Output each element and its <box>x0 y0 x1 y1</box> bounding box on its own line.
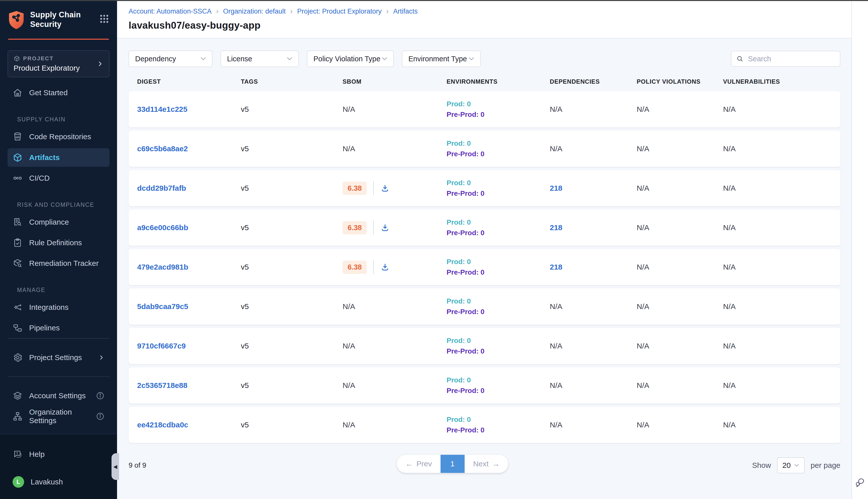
sidebar-item-project-settings[interactable]: Project Settings <box>8 348 110 367</box>
sidebar-item-get-started[interactable]: Get Started <box>8 83 110 102</box>
digest-link[interactable]: 33d114e1c225 <box>137 105 241 113</box>
column-header-digest: DIGEST <box>137 78 241 85</box>
info-icon[interactable] <box>96 412 104 421</box>
filter-dependency[interactable]: Dependency <box>128 50 212 67</box>
sidebar-item-remediation-tracker[interactable]: Remediation Tracker <box>8 254 110 272</box>
sbom-cell-wrap: 6.38 <box>343 221 447 235</box>
dependencies-value[interactable]: 218 <box>550 263 637 271</box>
chevron-right-icon <box>97 60 103 67</box>
dependencies-value[interactable]: 218 <box>550 184 637 193</box>
user-menu[interactable]: L Lavakush <box>8 471 110 492</box>
tag-value: v5 <box>241 184 343 193</box>
page-size-select[interactable]: 20 <box>777 457 805 473</box>
policy-violations-value: N/A <box>637 302 723 311</box>
breadcrumb-account[interactable]: Account: Automation-SSCA <box>128 8 211 15</box>
sidebar-item-label: Compliance <box>29 218 69 227</box>
prev-label: Prev <box>417 460 432 468</box>
vulnerabilities-value: N/A <box>723 223 840 232</box>
policy-violations-value: N/A <box>637 105 723 113</box>
sidebar-item-account-settings[interactable]: Account Settings <box>8 387 110 405</box>
svg-text:?: ? <box>16 451 18 455</box>
filter-label: Policy Violation Type <box>313 55 381 63</box>
column-header-tags: TAGS <box>241 78 343 85</box>
project-cube-icon <box>14 55 20 62</box>
dependencies-value: N/A <box>550 302 637 311</box>
breadcrumb-project[interactable]: Project: Product Exploratory <box>297 8 382 15</box>
filter-environment-type[interactable]: Environment Type <box>402 50 481 67</box>
digest-link[interactable]: 2c5365718e88 <box>137 381 241 390</box>
tag-value: v5 <box>241 145 343 153</box>
vulnerabilities-value: N/A <box>723 263 840 271</box>
policy-violations-value: N/A <box>637 184 723 193</box>
download-sbom-button[interactable] <box>380 223 390 232</box>
sidebar-item-rule-definitions[interactable]: Rule Definitions <box>8 233 110 252</box>
sbom-na: N/A <box>343 381 355 389</box>
policy-violations-value: N/A <box>637 263 723 271</box>
column-header-policy-violations: POLICY VIOLATIONS <box>637 78 723 85</box>
breadcrumb-organization[interactable]: Organization: default <box>223 8 286 15</box>
digest-link[interactable]: 9710cf6667c9 <box>137 342 241 350</box>
env-prod-value: Prod: 0 <box>447 100 550 108</box>
vulnerabilities-value: N/A <box>723 342 840 350</box>
sbom-score-badge: 6.38 <box>343 221 367 234</box>
sbom-score-badge: 6.38 <box>343 260 367 274</box>
user-name: Lavakush <box>30 478 63 486</box>
download-sbom-button[interactable] <box>380 183 390 193</box>
sidebar-item-help[interactable]: ? Help <box>8 444 110 465</box>
sidebar-item-pipelines[interactable]: Pipelines <box>8 319 110 337</box>
sidebar-item-organization-settings[interactable]: Organization Settings <box>8 407 110 426</box>
sidebar-item-artifacts[interactable]: Artifacts <box>8 148 110 167</box>
digest-link[interactable]: dcdd29b7fafb <box>137 184 241 193</box>
info-icon[interactable] <box>96 391 104 400</box>
environments-cell: Prod: 0 Pre-Prod: 0 <box>447 179 550 197</box>
env-preprod-value: Pre-Prod: 0 <box>447 150 550 158</box>
env-prod-value: Prod: 0 <box>447 416 550 424</box>
pagination-bar: 9 of 9 ← Prev 1 Next → Show 20 per page <box>117 446 852 473</box>
sbom-na: N/A <box>343 302 355 311</box>
sidebar-collapse-handle[interactable]: ◀ <box>112 453 119 480</box>
avatar: L <box>13 476 24 488</box>
download-icon <box>380 223 390 232</box>
digest-link[interactable]: ee4218cdba0c <box>137 421 241 429</box>
sidebar-item-compliance[interactable]: Compliance <box>8 213 110 231</box>
env-preprod-value: Pre-Prod: 0 <box>447 347 550 355</box>
page-number-1[interactable]: 1 <box>441 455 464 473</box>
prev-page-button[interactable]: ← Prev <box>397 455 441 473</box>
sbom-cell-wrap: N/A <box>343 145 447 153</box>
module-grid-icon[interactable] <box>99 14 110 24</box>
next-page-button[interactable]: Next → <box>464 455 508 473</box>
app-logo: Supply ChainSecurity <box>0 1 117 30</box>
search-input[interactable] <box>748 55 835 63</box>
filter-license[interactable]: License <box>221 50 299 67</box>
digest-link[interactable]: c69c5b6a8ae2 <box>137 145 241 153</box>
box-wrench-icon <box>13 258 23 268</box>
sidebar-item-code-repositories[interactable]: Code Repositories <box>8 127 110 146</box>
sidebar-item-label: Project Settings <box>29 353 82 362</box>
sbom-cell-wrap: 6.38 <box>343 181 447 195</box>
digest-link[interactable]: 5dab9caa79c5 <box>137 302 241 311</box>
home-icon <box>13 88 23 98</box>
gear-icon <box>13 353 23 363</box>
sidebar-item-cicd[interactable]: CI/CD <box>8 169 110 187</box>
sbom-divider <box>373 181 374 195</box>
download-sbom-button[interactable] <box>380 262 390 272</box>
column-header-dependencies: DEPENDENCIES <box>550 78 637 85</box>
chat-support-icon[interactable] <box>854 477 866 488</box>
table-row: 33d114e1c225 v5 N/A Prod: 0 Pre-Prod: 0 … <box>128 91 840 127</box>
filter-policy-violation-type[interactable]: Policy Violation Type <box>307 50 394 67</box>
column-header-environments: ENVIRONMENTS <box>447 78 550 85</box>
breadcrumb-artifacts[interactable]: Artifacts <box>393 8 418 15</box>
sidebar-item-label: Artifacts <box>29 153 60 162</box>
policy-violations-value: N/A <box>637 381 723 390</box>
tag-value: v5 <box>241 223 343 232</box>
dependencies-value[interactable]: 218 <box>550 223 637 232</box>
digest-link[interactable]: a9c6e00c66bb <box>137 223 241 232</box>
project-selector[interactable]: PROJECT Product Exploratory <box>8 50 110 77</box>
digest-link[interactable]: 479e2acd981b <box>137 263 241 271</box>
tag-value: v5 <box>241 263 343 271</box>
environments-cell: Prod: 0 Pre-Prod: 0 <box>447 258 550 276</box>
sidebar-item-integrations[interactable]: Integrations <box>8 298 110 317</box>
sbom-na: N/A <box>343 421 355 429</box>
page-size-group: Show 20 per page <box>752 457 840 473</box>
clipboard-check-icon <box>13 238 23 248</box>
